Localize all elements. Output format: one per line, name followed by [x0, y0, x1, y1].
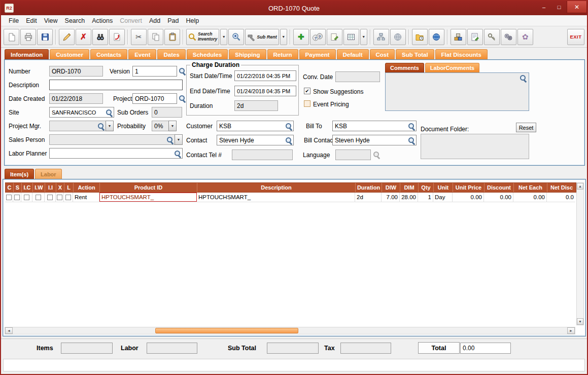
probability-field[interactable]: 0% [152, 121, 169, 131]
tab-information[interactable]: Information [5, 49, 49, 60]
cell-product-id[interactable]: HPTOUCHSMART_ [99, 193, 197, 202]
org-view-button[interactable] [373, 29, 389, 45]
tab-payment[interactable]: Payment [299, 49, 336, 60]
cell-dim[interactable]: 28.00 [400, 193, 418, 202]
project-mgr-search-icon[interactable] [97, 123, 105, 130]
row-checkbox-x[interactable] [56, 193, 64, 202]
cell-action[interactable]: Rent [73, 193, 99, 202]
cell-net-each[interactable]: 0.00 [513, 193, 547, 202]
web-button[interactable] [429, 29, 444, 45]
version-search-icon[interactable] [179, 67, 186, 74]
key-button[interactable] [484, 29, 500, 45]
start-datetime-field[interactable]: 01/22/2018 04:35 PM [234, 70, 296, 81]
scroll-down-arrow[interactable]: ▼ [577, 318, 583, 325]
tab-default[interactable]: Default [337, 49, 369, 60]
delete-button[interactable]: ✗ [76, 29, 91, 45]
project-search-icon[interactable] [179, 95, 186, 102]
cell-unit-price[interactable]: 0.00 [453, 193, 484, 202]
labor-planner-search-icon[interactable] [174, 150, 181, 157]
history-folder-button[interactable] [412, 29, 428, 45]
version-field[interactable]: 1 [132, 66, 177, 77]
sales-person-dropdown[interactable]: ▼ [175, 134, 183, 145]
database-button[interactable] [451, 29, 466, 45]
row-checkbox-s[interactable] [13, 193, 21, 202]
menu-view[interactable]: View [41, 16, 61, 25]
reset-button[interactable]: Reset [516, 123, 536, 132]
project-mgr-field[interactable] [49, 121, 106, 131]
tab-sub-total[interactable]: Sub Total [396, 49, 434, 60]
menu-help[interactable]: Help [182, 16, 202, 25]
tab-event[interactable]: Event [128, 49, 156, 60]
comments-search-icon[interactable] [520, 74, 527, 82]
tab-comments[interactable]: Comments [385, 63, 424, 72]
event-pricing-checkbox[interactable] [304, 100, 310, 107]
cut-button[interactable]: ✂ [131, 29, 147, 45]
grid-view-button[interactable] [343, 29, 359, 45]
cell-unit[interactable]: Day [433, 193, 453, 202]
find-button[interactable] [92, 29, 108, 45]
row-checkbox-ic[interactable] [21, 193, 32, 202]
edit-button[interactable] [59, 29, 75, 45]
maximize-button[interactable]: □ [551, 1, 567, 13]
probability-dropdown[interactable]: ▼ [168, 121, 177, 131]
print-button[interactable] [20, 29, 36, 45]
show-suggestions-checkbox[interactable]: ✔ [304, 88, 310, 94]
menu-pad[interactable]: Pad [164, 16, 182, 25]
tab-return[interactable]: Return [267, 49, 298, 60]
cell-discount[interactable]: 0.00 [484, 193, 513, 202]
comments-box[interactable] [385, 72, 529, 111]
tab-schedules[interactable]: Schedules [187, 49, 228, 60]
scroll-up-arrow[interactable]: ▲ [577, 183, 583, 190]
tab-shipping[interactable]: Shipping [229, 49, 266, 60]
add-item-button[interactable]: ✚ [293, 29, 309, 45]
convert-export-button[interactable] [109, 29, 125, 45]
minimize-button[interactable]: – [536, 1, 551, 13]
site-field[interactable]: SANFRANCISCO [49, 107, 114, 118]
scroll-left-arrow[interactable]: ◄ [5, 327, 13, 334]
sub-rent-dropdown[interactable]: ▼ [280, 29, 287, 45]
flower-button[interactable]: ✿ [517, 29, 533, 45]
menu-add[interactable]: Add [146, 16, 164, 25]
description-field[interactable] [49, 80, 183, 90]
row-checkbox-c[interactable] [5, 193, 13, 202]
search-customer-button[interactable] [228, 29, 244, 45]
tab-items[interactable]: Item(s) [5, 169, 34, 179]
menu-file[interactable]: File [5, 16, 22, 25]
tab-dates[interactable]: Dates [157, 49, 185, 60]
menu-search[interactable]: Search [61, 16, 89, 25]
close-button[interactable]: ✕ [567, 1, 587, 13]
project-mgr-dropdown[interactable]: ▼ [106, 121, 114, 131]
search-inventory-button[interactable]: SearchInventory [186, 29, 219, 45]
sub-rent-button[interactable]: Sub Rent [245, 29, 279, 45]
table-row[interactable]: Rent HPTOUCHSMART_ HPTOUCHSMART_ 2d 7.00… [5, 193, 575, 202]
vertical-scrollbar[interactable]: ▲ ▼ [576, 182, 584, 325]
grid-view-dropdown[interactable]: ▼ [360, 29, 367, 45]
bill-contact-field[interactable]: Steven Hyde [332, 135, 417, 145]
contact-search-icon[interactable] [285, 137, 292, 144]
search-inventory-dropdown[interactable]: ▼ [220, 29, 227, 45]
labor-planner-field[interactable] [49, 148, 183, 159]
new-document-button[interactable] [4, 29, 19, 45]
end-datetime-field[interactable]: 01/24/2018 04:35 PM [234, 86, 296, 96]
horizontal-scroll-thumb[interactable] [155, 328, 298, 333]
cell-qty[interactable]: 1 [418, 193, 433, 202]
horizontal-scrollbar[interactable]: ◄ ► [5, 327, 575, 334]
customer-search-icon[interactable] [285, 123, 292, 130]
contact-field[interactable]: Steven Hyde [217, 135, 294, 145]
customer-field[interactable]: KSB [217, 121, 294, 131]
cell-net-disc[interactable]: 0.0 [547, 193, 575, 202]
tab-flat-discounts[interactable]: Flat Discounts [435, 49, 488, 60]
globe-button[interactable] [390, 29, 406, 45]
sales-person-search-icon[interactable] [166, 136, 174, 143]
row-checkbox-l[interactable] [64, 193, 73, 202]
bill-to-field[interactable]: KSB [332, 121, 417, 131]
suggestions-button[interactable]: ?? [310, 29, 326, 45]
tab-contacts[interactable]: Contacts [90, 49, 127, 60]
menu-actions[interactable]: Actions [88, 16, 116, 25]
save-button[interactable] [37, 29, 53, 45]
equipment-button[interactable] [501, 29, 516, 45]
row-checkbox-iw[interactable] [32, 193, 45, 202]
copy-button[interactable] [148, 29, 163, 45]
row-checkbox-ii[interactable] [45, 193, 56, 202]
menu-edit[interactable]: Edit [22, 16, 41, 25]
